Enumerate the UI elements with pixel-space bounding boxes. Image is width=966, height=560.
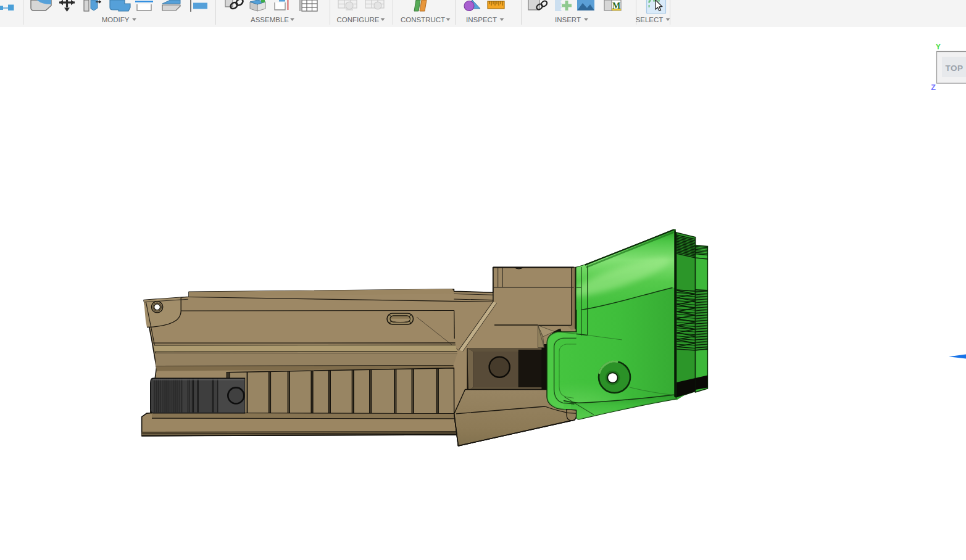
svg-text:CONFIGURE: CONFIGURE — [337, 16, 380, 23]
svg-text:CONSTRUCT: CONSTRUCT — [401, 16, 445, 23]
svg-text:Z: Z — [931, 83, 936, 92]
svg-text:Y: Y — [936, 43, 941, 51]
svg-text:ASSEMBLE: ASSEMBLE — [251, 16, 289, 23]
svg-text:INSPECT: INSPECT — [466, 16, 497, 23]
svg-text:MODIFY: MODIFY — [102, 16, 130, 23]
svg-text:SELECT: SELECT — [636, 16, 664, 23]
svg-text:TOP: TOP — [945, 64, 963, 73]
svg-text:INSERT: INSERT — [555, 16, 581, 23]
svg-text:M: M — [612, 1, 620, 10]
